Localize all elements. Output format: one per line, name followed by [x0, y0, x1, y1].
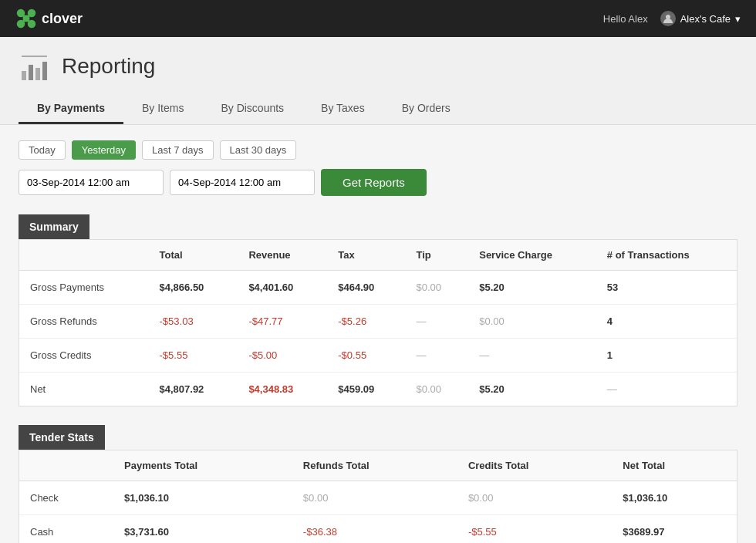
summary-row-tax: -$0.55: [327, 339, 405, 373]
tender-row-net: $1,036.10: [612, 481, 737, 515]
summary-thead-row: Total Revenue Tax Tip Service Charge # o…: [19, 240, 737, 271]
summary-row-tip: $0.00: [406, 271, 469, 305]
tender-row-refunds: -$36.38: [292, 515, 457, 544]
summary-row-label: Gross Credits: [19, 339, 149, 373]
tender-thead-row: Payments Total Refunds Total Credits Tot…: [19, 450, 737, 481]
filter-row: Today Yesterday Last 7 days Last 30 days: [19, 140, 737, 160]
tender-col-net: Net Total: [612, 450, 737, 481]
tender-row-refunds: $0.00: [292, 481, 457, 515]
tender-row-label: Cash: [19, 515, 113, 544]
summary-row-label: Gross Refunds: [19, 305, 149, 339]
tender-row-label: Check: [19, 481, 113, 515]
date-to-input[interactable]: [170, 170, 315, 195]
summary-section: Summary Total Revenue Tax Tip Service Ch…: [19, 214, 737, 406]
top-nav: clover Hello Alex Alex's Cafe ▾: [0, 0, 756, 37]
tab-by-discounts[interactable]: By Discounts: [202, 94, 302, 124]
summary-row-total: -$5.55: [149, 339, 238, 373]
tender-row-credits: -$5.55: [457, 515, 612, 544]
svg-rect-9: [42, 62, 47, 80]
svg-rect-8: [35, 68, 40, 80]
date-from-input[interactable]: [19, 170, 164, 195]
summary-row-tip: $0.00: [406, 373, 469, 406]
summary-row: Gross Refunds -$53.03 -$47.77 -$5.26 — $…: [19, 305, 737, 339]
nav-right: Hello Alex Alex's Cafe ▾: [603, 11, 741, 26]
svg-rect-6: [22, 71, 26, 80]
tender-row: Cash $3,731.60 -$36.38 -$5.55 $3689.97: [19, 515, 737, 544]
summary-row-total: $4,807.92: [149, 373, 238, 406]
summary-row: Net $4,807.92 $4,348.83 $459.09 $0.00 $5…: [19, 373, 737, 406]
page-header: Reporting By Payments By Items By Discou…: [0, 37, 756, 125]
summary-row-transactions: 1: [596, 339, 737, 373]
summary-col-service: Service Charge: [468, 240, 596, 271]
tender-col-refunds: Refunds Total: [292, 450, 457, 481]
page-title-area: Reporting: [19, 49, 737, 83]
summary-row-service: $5.20: [468, 271, 596, 305]
summary-col-revenue: Revenue: [238, 240, 327, 271]
summary-row-service: —: [468, 339, 596, 373]
summary-row-service: $0.00: [468, 305, 596, 339]
clover-logo: clover: [15, 8, 83, 29]
tender-row-net: $3689.97: [612, 515, 737, 544]
summary-row-revenue: -$47.77: [238, 305, 327, 339]
summary-row-revenue: $4,348.83: [238, 373, 327, 406]
summary-row-revenue: $4,401.60: [238, 271, 327, 305]
tab-by-payments[interactable]: By Payments: [19, 94, 123, 124]
summary-row-tip: —: [406, 305, 469, 339]
user-menu[interactable]: Alex's Cafe ▾: [660, 11, 741, 26]
summary-header: Summary: [19, 214, 89, 239]
date-row: Get Reports: [19, 169, 737, 196]
page-title: Reporting: [62, 54, 155, 79]
content-area: Today Yesterday Last 7 days Last 30 days…: [0, 125, 756, 543]
summary-col-tax: Tax: [327, 240, 405, 271]
summary-row-total: -$53.03: [149, 305, 238, 339]
summary-row-tax: -$5.26: [327, 305, 405, 339]
tender-stats-table: Payments Total Refunds Total Credits Tot…: [19, 450, 737, 543]
tender-stats-section: Tender Stats Payments Total Refunds Tota…: [19, 425, 737, 543]
logo-text: clover: [42, 11, 83, 27]
summary-row-transactions: 53: [596, 271, 737, 305]
tender-row: Check $1,036.10 $0.00 $0.00 $1,036.10: [19, 481, 737, 515]
summary-row-tax: $464.90: [327, 271, 405, 305]
tender-stats-header: Tender Stats: [19, 425, 105, 450]
tab-by-taxes[interactable]: By Taxes: [302, 94, 383, 124]
filter-last30[interactable]: Last 30 days: [220, 140, 297, 160]
summary-col-label: [19, 240, 149, 271]
tender-col-credits: Credits Total: [457, 450, 612, 481]
summary-row-transactions: —: [596, 373, 737, 406]
logo-area: clover: [15, 8, 83, 29]
tender-col-payments: Payments Total: [113, 450, 292, 481]
user-icon: [660, 11, 676, 26]
reporting-icon: [19, 49, 52, 83]
svg-rect-4: [23, 15, 30, 22]
tab-by-orders[interactable]: By Orders: [383, 94, 469, 124]
tender-col-label: [19, 450, 113, 481]
summary-row-label: Gross Payments: [19, 271, 149, 305]
filter-today[interactable]: Today: [19, 140, 66, 160]
person-icon: [663, 13, 673, 24]
summary-row: Gross Credits -$5.55 -$5.00 -$0.55 — — 1: [19, 339, 737, 373]
filter-last7[interactable]: Last 7 days: [142, 140, 214, 160]
summary-row-service: $5.20: [468, 373, 596, 406]
user-label: Alex's Cafe: [680, 13, 731, 25]
tender-row-payments: $3,731.60: [113, 515, 292, 544]
summary-tbody: Gross Payments $4,866.50 $4,401.60 $464.…: [19, 271, 737, 406]
filter-yesterday[interactable]: Yesterday: [72, 140, 136, 160]
get-reports-button[interactable]: Get Reports: [321, 169, 427, 196]
tender-stats-table-wrapper: Payments Total Refunds Total Credits Tot…: [19, 450, 737, 543]
summary-col-transactions: # of Transactions: [596, 240, 737, 271]
clover-icon: [15, 8, 37, 29]
svg-rect-10: [22, 56, 47, 57]
tender-row-payments: $1,036.10: [113, 481, 292, 515]
summary-row-transactions: 4: [596, 305, 737, 339]
page-tabs: By Payments By Items By Discounts By Tax…: [19, 94, 737, 124]
summary-row-total: $4,866.50: [149, 271, 238, 305]
tab-by-items[interactable]: By Items: [123, 94, 202, 124]
summary-table-wrapper: Total Revenue Tax Tip Service Charge # o…: [19, 239, 737, 406]
summary-col-total: Total: [149, 240, 238, 271]
summary-table: Total Revenue Tax Tip Service Charge # o…: [19, 240, 737, 406]
summary-row-label: Net: [19, 373, 149, 406]
tender-tbody: Check $1,036.10 $0.00 $0.00 $1,036.10 Ca…: [19, 481, 737, 544]
summary-col-tip: Tip: [406, 240, 469, 271]
summary-row-tip: —: [406, 339, 469, 373]
tender-row-credits: $0.00: [457, 481, 612, 515]
